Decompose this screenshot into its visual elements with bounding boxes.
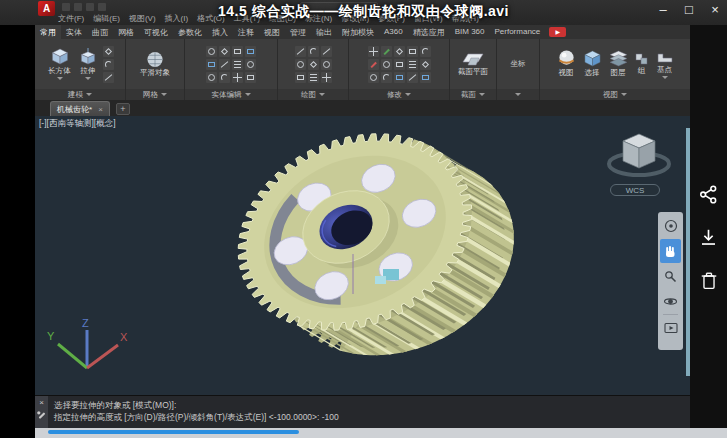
command-history[interactable]: 选择要拉伸的对象或 [模式(MO)]:指定拉伸的高度或 [方向(D)/路径(P)… — [48, 396, 690, 428]
section-plane-button[interactable]: 截面平面 — [456, 52, 490, 77]
separate-tool[interactable] — [232, 72, 243, 83]
imprint-tool[interactable] — [245, 46, 256, 57]
tab-performance[interactable]: Performance — [489, 25, 545, 39]
view-button[interactable]: 视图 — [555, 49, 578, 79]
new-document-tab-button[interactable]: + — [116, 103, 130, 115]
layers-button[interactable]: 图层 — [607, 49, 630, 79]
arc-tool[interactable] — [308, 46, 319, 57]
modeling-panel-label[interactable]: 建模 — [35, 89, 125, 100]
intersect-tool[interactable] — [206, 72, 217, 83]
command-tools-icon[interactable] — [37, 411, 46, 420]
subtract-tool[interactable] — [206, 59, 217, 70]
showmotion-button[interactable] — [660, 316, 681, 340]
share-icon[interactable] — [699, 185, 718, 204]
drawing-viewport[interactable]: [-][西南等轴测][概念] WCS — [35, 116, 690, 395]
smooth-object-button[interactable]: 平滑对象 — [138, 50, 172, 78]
slice-tool[interactable] — [219, 46, 230, 57]
tab-featured-apps[interactable]: 精选应用 — [408, 25, 450, 39]
viewport-controls-label[interactable]: [-][西南等轴测][概念] — [39, 118, 116, 130]
modify-panel-label[interactable]: 修改 — [349, 89, 449, 100]
tab-annotate[interactable]: 注释 — [233, 25, 259, 39]
panel-mesh: 平滑对象 网格 — [126, 39, 184, 100]
shell-tool[interactable] — [232, 59, 243, 70]
taper-face-tool[interactable] — [219, 72, 230, 83]
mirror-tool[interactable] — [381, 72, 392, 83]
tab-output[interactable]: 输出 — [311, 25, 337, 39]
check-tool[interactable] — [245, 59, 256, 70]
mesh-panel-label[interactable]: 网格 — [126, 89, 184, 100]
command-close-icon[interactable]: × — [39, 398, 44, 407]
viewcube[interactable]: WCS — [604, 128, 674, 202]
polygon-tool[interactable] — [308, 59, 319, 70]
player-progress-track[interactable] — [35, 428, 727, 438]
erase-tool[interactable] — [368, 59, 379, 70]
panel-modify: 修改 — [349, 39, 449, 100]
pan-button[interactable] — [660, 239, 681, 263]
trash-icon[interactable] — [700, 271, 718, 290]
polysolid-tool[interactable] — [103, 46, 114, 57]
tab-addins[interactable]: 附加模块 — [337, 25, 379, 39]
tab-insert[interactable]: 插入 — [207, 25, 233, 39]
move-tool[interactable] — [368, 46, 379, 57]
view-panel-label[interactable]: 视图 — [540, 89, 690, 100]
close-button[interactable]: × — [708, 2, 722, 17]
rotate-tool[interactable] — [368, 72, 379, 83]
document-tab-close-icon[interactable]: × — [98, 105, 103, 114]
polyline-tool[interactable] — [321, 46, 332, 57]
tab-manage[interactable]: 管理 — [285, 25, 311, 39]
section-panel-label[interactable]: 截面 — [450, 89, 496, 100]
maximize-button[interactable]: □ — [682, 2, 696, 17]
loft-tool[interactable] — [103, 72, 114, 83]
document-tab-gear[interactable]: 机械齿轮* × — [50, 101, 110, 116]
align-tool[interactable] — [420, 59, 431, 70]
clean-tool[interactable] — [245, 72, 256, 83]
panel-modeling: 长方体 拉伸 建模 — [35, 39, 125, 100]
trim-tool[interactable] — [394, 59, 405, 70]
tab-surface[interactable]: 曲面 — [87, 25, 113, 39]
explode-tool[interactable] — [407, 72, 418, 83]
navigation-wheel-button[interactable] — [660, 214, 681, 238]
blend-tool[interactable] — [420, 72, 431, 83]
tab-bim360[interactable]: BIM 360 — [450, 25, 490, 39]
extrude-face-tool[interactable] — [232, 46, 243, 57]
extrude-button[interactable]: 拉伸 — [76, 47, 100, 81]
tab-visualize[interactable]: 可视化 — [139, 25, 173, 39]
line-tool[interactable] — [295, 46, 306, 57]
fillet-tool[interactable] — [394, 72, 405, 83]
union-tool[interactable] — [206, 46, 217, 57]
tab-home[interactable]: 常用 — [35, 25, 61, 39]
hatch-tool[interactable] — [308, 72, 319, 83]
coordinates-panel-label[interactable] — [497, 89, 539, 100]
minimize-button[interactable]: – — [656, 2, 670, 17]
selection-button[interactable]: 选择 — [581, 49, 604, 79]
orbit-button[interactable] — [660, 289, 681, 313]
sweep-tool[interactable] — [103, 59, 114, 70]
group-button[interactable]: 组 — [633, 52, 651, 77]
tab-solid[interactable]: 实体 — [61, 25, 87, 39]
navigation-bar — [658, 212, 683, 350]
draw-panel-label[interactable]: 绘图 — [278, 89, 348, 100]
base-point-button[interactable]: 基点 — [654, 48, 676, 80]
circle-tool[interactable] — [295, 59, 306, 70]
array-tool[interactable] — [407, 59, 418, 70]
tab-parametric[interactable]: 参数化 — [173, 25, 207, 39]
copy-tool[interactable] — [381, 59, 392, 70]
tab-mesh[interactable]: 网格 — [113, 25, 139, 39]
tab-view[interactable]: 视图 — [259, 25, 285, 39]
download-icon[interactable] — [699, 228, 718, 247]
record-icon[interactable]: ▶ — [549, 27, 566, 37]
gear-3d-model[interactable] — [35, 116, 690, 395]
fillet-edge-tool[interactable] — [219, 59, 230, 70]
solid-editing-panel-label[interactable]: 实体编辑 — [185, 89, 277, 100]
scale-tool[interactable] — [394, 46, 405, 57]
rectangle-tool[interactable] — [295, 72, 306, 83]
tab-a360[interactable]: A360 — [379, 25, 408, 39]
offset-tool[interactable] — [407, 46, 418, 57]
box-button[interactable]: 长方体 — [46, 47, 73, 81]
zoom-extents-button[interactable] — [660, 264, 681, 288]
stretch-tool[interactable] — [381, 46, 392, 57]
chamfer-tool[interactable] — [420, 46, 431, 57]
ellipse-tool[interactable] — [321, 59, 332, 70]
wcs-menu[interactable]: WCS — [610, 184, 660, 196]
point-tool[interactable] — [321, 72, 332, 83]
